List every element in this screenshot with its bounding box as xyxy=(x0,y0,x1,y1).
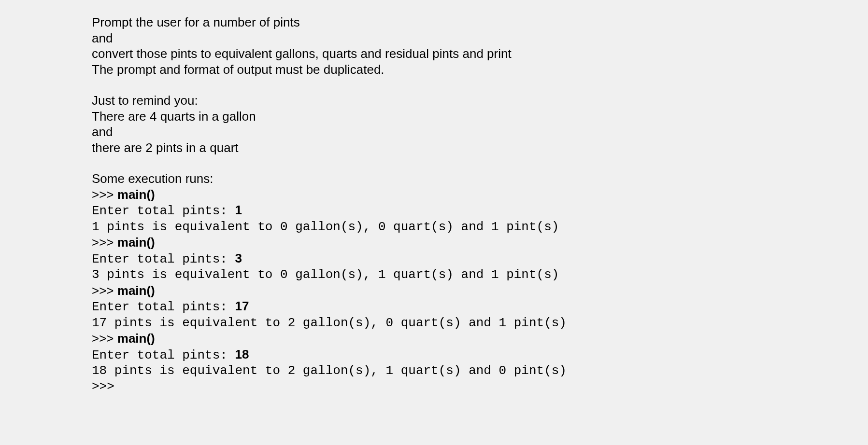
output-line: 1 pints is equivalent to 0 gallon(s), 0 … xyxy=(92,219,776,235)
instruction-line: There are 4 quarts in a gallon xyxy=(92,109,776,125)
repl-prompt-prefix: >>> xyxy=(92,187,117,202)
repl-prompt-line: >>> main() xyxy=(92,187,776,203)
enter-prompt-text: Enter total pints: xyxy=(92,204,235,218)
repl-prompt-prefix: >>> xyxy=(92,331,117,346)
output-line: 3 pints is equivalent to 0 gallon(s), 1 … xyxy=(92,267,776,283)
output-line: 17 pints is equivalent to 2 gallon(s), 0… xyxy=(92,315,776,331)
instruction-line: there are 2 pints in a quart xyxy=(92,140,776,156)
execution-run: >>> main() Enter total pints: 3 3 pints … xyxy=(92,235,776,283)
instruction-line: Prompt the user for a number of pints xyxy=(92,14,776,30)
input-prompt-line: Enter total pints: 3 xyxy=(92,250,776,267)
enter-prompt-text: Enter total pints: xyxy=(92,300,235,314)
repl-prompt-prefix: >>> xyxy=(92,235,117,250)
input-prompt-line: Enter total pints: 17 xyxy=(92,298,776,315)
execution-run: >>> main() Enter total pints: 17 17 pint… xyxy=(92,283,776,331)
output-line: 18 pints is equivalent to 2 gallon(s), 1… xyxy=(92,363,776,379)
execution-run: >>> main() Enter total pints: 18 18 pint… xyxy=(92,331,776,379)
instruction-line: and xyxy=(92,124,776,140)
instruction-line: convert those pints to equivalent gallon… xyxy=(92,46,776,62)
repl-prompt-line: >>> main() xyxy=(92,283,776,299)
execution-runs-section: Some execution runs: >>> main() Enter to… xyxy=(92,171,776,394)
execution-intro: Some execution runs: xyxy=(92,171,776,187)
repl-prompt-line: >>> main() xyxy=(92,331,776,347)
instructions-paragraph-2: Just to remind you: There are 4 quarts i… xyxy=(92,93,776,155)
repl-main-call: main() xyxy=(117,187,155,202)
input-prompt-line: Enter total pints: 1 xyxy=(92,202,776,219)
instruction-line: Just to remind you: xyxy=(92,93,776,109)
repl-prompt-line: >>> main() xyxy=(92,235,776,250)
user-input-value: 3 xyxy=(235,251,242,265)
repl-main-call: main() xyxy=(117,331,155,346)
user-input-value: 18 xyxy=(235,347,249,362)
repl-prompt-prefix: >>> xyxy=(92,283,117,298)
input-prompt-line: Enter total pints: 18 xyxy=(92,347,776,363)
execution-run: >>> main() Enter total pints: 1 1 pints … xyxy=(92,187,776,235)
repl-main-call: main() xyxy=(117,235,155,250)
instructions-paragraph-1: Prompt the user for a number of pints an… xyxy=(92,14,776,77)
enter-prompt-text: Enter total pints: xyxy=(92,252,235,266)
repl-final-prompt: >>> xyxy=(92,379,776,395)
user-input-value: 1 xyxy=(235,203,242,217)
repl-main-call: main() xyxy=(117,283,155,298)
instruction-line: and xyxy=(92,30,776,46)
user-input-value: 17 xyxy=(235,299,249,313)
instruction-line: The prompt and format of output must be … xyxy=(92,62,776,78)
enter-prompt-text: Enter total pints: xyxy=(92,348,235,362)
